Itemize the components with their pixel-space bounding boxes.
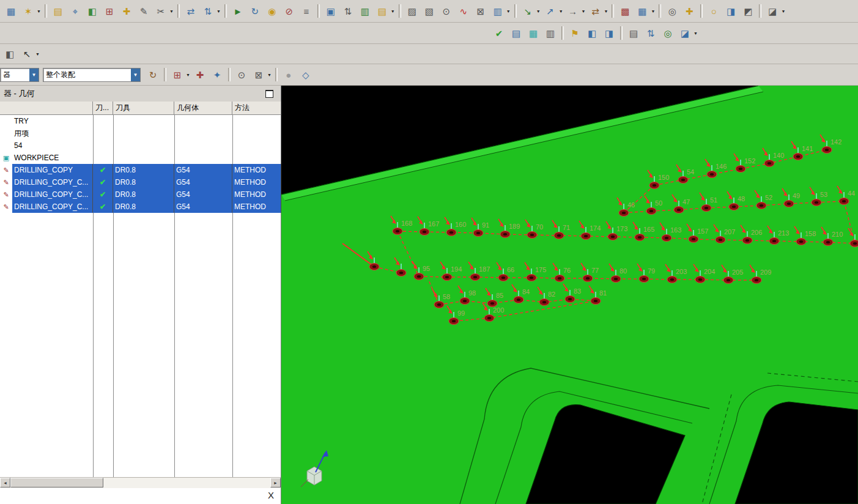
update-display-icon[interactable]: ↻ [145, 67, 161, 83]
column-header-tree[interactable] [0, 102, 93, 114]
table-row[interactable]: ▣WORKPIECE [0, 152, 281, 164]
geometry-cell[interactable]: G54 [174, 188, 232, 201]
layer-settings-icon[interactable]: ▤ [626, 25, 642, 41]
geometry-cell[interactable]: G54 [174, 201, 232, 213]
row-label[interactable]: TRY [12, 115, 93, 127]
filter-combo[interactable]: 器 ▼ [0, 68, 39, 82]
column-header-3[interactable]: 几何体 [174, 102, 232, 114]
clipboard-icon[interactable]: ◩ [740, 3, 756, 19]
verify-geometry-icon[interactable]: ✔ [491, 25, 507, 41]
cut-operation-icon-dropdown[interactable]: ▼ [169, 9, 174, 13]
bounded-region-icon[interactable]: ⊠ [473, 3, 489, 19]
synchronize-icon[interactable]: ⇅ [340, 3, 356, 19]
replay-toolpath-icon[interactable]: ↻ [247, 3, 263, 19]
projection-icon[interactable]: ↗ [542, 3, 558, 19]
row-label[interactable]: 54 [12, 139, 93, 152]
selection-arrow-icon[interactable]: ↖ [19, 46, 35, 62]
hatch-section-icon[interactable]: ▨ [404, 3, 420, 19]
shaded-display-icon[interactable]: ● [281, 67, 297, 83]
geometry-cell[interactable]: G54 [174, 176, 232, 188]
column-header-2[interactable]: 刀具 [113, 102, 174, 114]
create-method-icon[interactable]: ⊞ [102, 3, 117, 19]
transform-path-icon[interactable]: ⇄ [183, 3, 199, 19]
point-constructor-icon[interactable]: ⊞ [169, 67, 185, 83]
snap-point-icon[interactable]: ✦ [209, 67, 225, 83]
trim-direction-icon[interactable]: → [565, 3, 581, 19]
check-thickness-icon[interactable]: ▦ [525, 25, 541, 41]
toolpath-status-cell[interactable] [93, 152, 113, 164]
layer-category-icon[interactable]: ◎ [660, 25, 676, 41]
spline-curve-icon[interactable]: ∿ [456, 3, 472, 19]
list-toolpath-icon[interactable]: ≡ [298, 3, 314, 19]
create-geometry-icon[interactable]: ◧ [84, 3, 100, 19]
tool-cell[interactable] [113, 152, 174, 164]
tool-cell[interactable]: DR0.8 [113, 201, 174, 213]
shop-documentation-icon-dropdown[interactable]: ▼ [391, 9, 395, 13]
flag-icon[interactable]: ⚑ [567, 25, 583, 41]
toolpath-status-cell[interactable]: ✔ [93, 201, 113, 213]
scroll-right-button[interactable]: ► [270, 478, 281, 487]
create-tool-icon[interactable]: ⌖ [67, 3, 83, 19]
trim-direction-icon-dropdown[interactable]: ▼ [582, 9, 586, 13]
visibility-toggle-icon[interactable]: ◪ [764, 3, 780, 19]
data-table-icon-dropdown[interactable]: ▼ [651, 9, 655, 13]
column-header-1[interactable]: 刀... [93, 102, 113, 114]
create-program-icon[interactable]: ▤ [50, 3, 66, 19]
shop-documentation-icon[interactable]: ▤ [374, 3, 390, 19]
wizard-icon-dropdown[interactable]: ▼ [37, 9, 41, 13]
chevron-down-icon[interactable]: ▼ [131, 69, 140, 81]
row-label[interactable]: 用项 [12, 127, 93, 139]
move-to-point-icon[interactable]: ✚ [192, 67, 208, 83]
hatch-area-icon[interactable]: ▧ [421, 3, 437, 19]
generate-toolpath-icon[interactable]: ► [230, 3, 246, 19]
preview-window-icon[interactable]: ◨ [601, 25, 617, 41]
geometry-cell[interactable] [174, 127, 232, 139]
toolpath-status-cell[interactable] [93, 115, 113, 127]
method-cell[interactable] [232, 152, 281, 164]
verify-toolpath-icon[interactable]: ◉ [264, 3, 280, 19]
geometry-cell[interactable] [174, 115, 232, 127]
table-row[interactable]: ✎DRILLING_COPY_C...✔DR0.8G54METHOD [0, 201, 281, 213]
tool-cell[interactable] [113, 139, 174, 152]
method-cell[interactable]: METHOD [232, 176, 281, 188]
row-label[interactable]: DRILLING_COPY [12, 164, 93, 176]
analyze-face-icon[interactable]: ▤ [508, 25, 524, 41]
row-label[interactable]: WORKPIECE [12, 152, 93, 164]
toolpath-status-cell[interactable]: ✔ [93, 164, 113, 176]
histogram-icon[interactable]: ▩ [617, 3, 633, 19]
window-icon[interactable]: ◨ [723, 3, 739, 19]
toolpath-status-cell[interactable] [93, 139, 113, 152]
table-row[interactable]: TRY [0, 115, 281, 127]
row-label[interactable]: DRILLING_COPY_C... [12, 188, 93, 201]
info-window-icon[interactable]: ◧ [584, 25, 600, 41]
method-cell[interactable] [232, 115, 281, 127]
viewport-3d[interactable]: 1505414615214014114246504751485249534416… [281, 86, 858, 504]
extend-path-icon-dropdown[interactable]: ▼ [604, 9, 608, 13]
flow-direction-icon-dropdown[interactable]: ▼ [536, 9, 541, 13]
gouge-check-icon[interactable]: ⊘ [281, 3, 297, 19]
tool-cell[interactable] [113, 115, 174, 127]
toolpath-status-cell[interactable]: ✔ [93, 188, 113, 201]
maximize-box-icon[interactable] [265, 90, 273, 98]
geometry-cell[interactable] [174, 152, 232, 164]
scrollbar-thumb[interactable] [10, 478, 103, 487]
wireframe-display-icon[interactable]: ◇ [298, 67, 314, 83]
table-row[interactable]: ✎DRILLING_COPY_C...✔DR0.8G54METHOD [0, 188, 281, 201]
projection-icon-dropdown[interactable]: ▼ [559, 9, 563, 13]
method-cell[interactable] [232, 139, 281, 152]
table-row[interactable]: ✎DRILLING_COPY_C...✔DR0.8G54METHOD [0, 176, 281, 188]
table-row[interactable]: ✎DRILLING_COPY✔DR0.8G54METHOD [0, 164, 281, 176]
settings-icon[interactable]: ◎ [664, 3, 680, 19]
method-cell[interactable] [232, 127, 281, 139]
horizontal-scrollbar[interactable]: ◄ ► [0, 477, 281, 488]
geometry-cell[interactable]: G54 [174, 164, 232, 176]
rectangle-select-icon[interactable]: ⊠ [251, 67, 267, 83]
tool-cell[interactable]: DR0.8 [113, 176, 174, 188]
extend-path-icon[interactable]: ⇄ [588, 3, 604, 19]
selection-arrow-icon-dropdown[interactable]: ▼ [35, 52, 40, 56]
toolpath-status-cell[interactable]: ✔ [93, 176, 113, 188]
center-point-icon[interactable]: ⊙ [438, 3, 454, 19]
chevron-down-icon[interactable]: ▼ [29, 69, 39, 81]
tool-cell[interactable]: DR0.8 [113, 164, 174, 176]
table-row[interactable]: 用项 [0, 127, 281, 139]
